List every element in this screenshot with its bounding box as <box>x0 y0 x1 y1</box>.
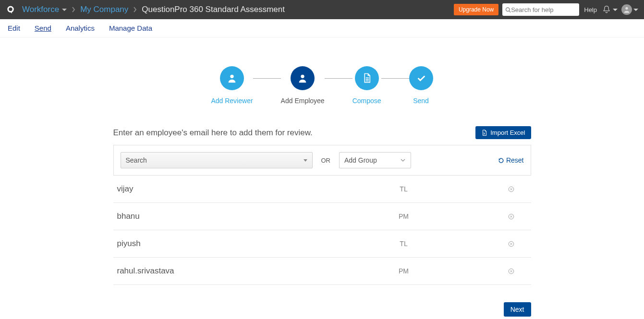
svg-point-0 <box>506 8 510 11</box>
close-circle-icon <box>508 213 514 220</box>
caret-down-icon <box>633 9 638 11</box>
help-search-input[interactable] <box>511 6 576 13</box>
tab-nav: Edit Send Analytics Manage Data <box>0 19 644 37</box>
step-add-reviewer[interactable]: Add Reviewer <box>211 66 253 105</box>
employee-name: rahul.srivastava <box>117 266 300 276</box>
chevron-down-icon <box>400 157 406 163</box>
step-label: Add Employee <box>281 97 325 105</box>
instruction-row: Enter an employee's email here to add th… <box>113 126 531 139</box>
employee-role: TL <box>300 240 508 248</box>
notifications-button[interactable] <box>602 5 618 14</box>
employee-row: vijayTL <box>113 176 531 203</box>
step-send[interactable]: Send <box>409 66 433 105</box>
wizard-steps: Add Reviewer Add Employee Compose Send <box>113 66 531 105</box>
check-icon <box>409 66 433 90</box>
svg-point-2 <box>625 7 628 10</box>
breadcrumb-company[interactable]: My Company <box>77 5 131 14</box>
svg-point-4 <box>301 75 304 78</box>
step-connector <box>325 78 352 79</box>
upgrade-button[interactable]: Upgrade Now <box>454 4 498 15</box>
file-excel-icon <box>481 130 487 136</box>
main-content: Add Reviewer Add Employee Compose Send E… <box>113 66 531 285</box>
add-group-dropdown[interactable]: Add Group <box>339 152 411 168</box>
filter-panel: Search OR Add Group Reset <box>113 145 531 176</box>
employee-role: PM <box>300 213 508 220</box>
remove-employee-button[interactable] <box>508 241 527 247</box>
employee-name: bhanu <box>117 212 300 221</box>
document-icon <box>355 66 379 90</box>
close-circle-icon <box>508 268 514 274</box>
chevron-right-icon <box>131 7 139 12</box>
help-link[interactable]: Help <box>583 6 598 13</box>
header-right: Upgrade Now Help <box>454 3 638 16</box>
step-connector <box>253 78 281 79</box>
user-icon <box>291 66 315 90</box>
tab-send[interactable]: Send <box>35 24 51 32</box>
caret-down-icon <box>613 9 618 11</box>
search-dropdown[interactable]: Search <box>121 152 313 168</box>
step-compose[interactable]: Compose <box>352 66 381 105</box>
step-label: Send <box>413 97 429 105</box>
close-circle-icon <box>508 241 514 247</box>
employee-role: PM <box>300 267 508 275</box>
svg-line-1 <box>509 11 510 12</box>
tab-edit[interactable]: Edit <box>8 24 20 32</box>
employee-row: rahul.srivastavaPM <box>113 258 531 285</box>
step-connector <box>381 78 409 79</box>
search-icon <box>505 7 511 13</box>
breadcrumb-current: QuestionPro 360 Standard Assessment <box>139 5 288 14</box>
caret-down-icon <box>62 9 67 11</box>
undo-icon <box>498 157 504 164</box>
svg-point-3 <box>230 75 233 78</box>
brand-logo-icon <box>6 5 15 14</box>
search-dropdown-label: Search <box>126 156 147 164</box>
product-switcher[interactable]: Workforce <box>19 5 70 14</box>
help-search[interactable] <box>502 3 579 16</box>
reset-label: Reset <box>506 156 524 164</box>
import-excel-label: Import Excel <box>490 129 525 136</box>
employee-role: TL <box>300 185 508 193</box>
instruction-text: Enter an employee's email here to add th… <box>113 128 313 138</box>
user-icon <box>220 66 244 90</box>
employee-row: piyushTL <box>113 230 531 258</box>
bell-icon <box>602 5 611 14</box>
chevron-right-icon <box>70 7 77 12</box>
employee-name: piyush <box>117 239 300 248</box>
step-add-employee[interactable]: Add Employee <box>281 66 325 105</box>
triangle-down-icon <box>304 159 307 162</box>
avatar-icon <box>621 4 632 15</box>
remove-employee-button[interactable] <box>508 268 527 274</box>
step-label: Add Reviewer <box>211 97 253 105</box>
employee-row: bhanuPM <box>113 203 531 230</box>
remove-employee-button[interactable] <box>508 213 527 220</box>
step-label: Compose <box>352 97 381 105</box>
employee-list: vijayTLbhanuPMpiyushTLrahul.srivastavaPM <box>113 176 531 285</box>
add-group-label: Add Group <box>344 156 377 164</box>
remove-employee-button[interactable] <box>508 186 527 192</box>
tab-manage-data[interactable]: Manage Data <box>109 24 152 32</box>
account-menu[interactable] <box>621 4 638 15</box>
tab-analytics[interactable]: Analytics <box>66 24 95 32</box>
employee-name: vijay <box>117 184 300 194</box>
reset-button[interactable]: Reset <box>498 156 524 164</box>
global-header: Workforce My Company QuestionPro 360 Sta… <box>0 0 644 19</box>
close-circle-icon <box>508 186 514 192</box>
import-excel-button[interactable]: Import Excel <box>475 126 531 139</box>
next-button[interactable]: Next <box>504 302 531 317</box>
or-label: OR <box>321 157 331 164</box>
